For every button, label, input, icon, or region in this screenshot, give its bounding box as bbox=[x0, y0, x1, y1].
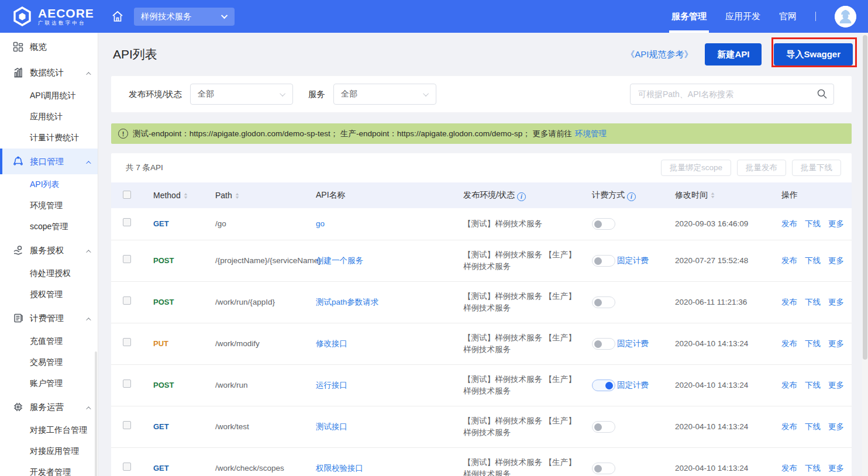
offline-action[interactable]: 下线 bbox=[805, 256, 821, 265]
api-name-link[interactable]: 修改接口 bbox=[316, 339, 347, 348]
row-checkbox[interactable] bbox=[123, 380, 131, 388]
sidebar-item-overview[interactable]: 概览 bbox=[0, 34, 98, 60]
user-avatar[interactable] bbox=[835, 6, 856, 27]
nav-service-management[interactable]: 服务管理 bbox=[671, 0, 707, 33]
sidebar-item-service-operation[interactable]: 服务运营 bbox=[0, 394, 98, 420]
nav-app-development[interactable]: 应用开发 bbox=[725, 0, 760, 33]
select-all-checkbox[interactable] bbox=[123, 191, 131, 199]
billing-toggle[interactable] bbox=[592, 255, 615, 267]
more-action[interactable]: 更多 bbox=[828, 381, 844, 389]
api-name-link[interactable]: 运行接口 bbox=[316, 381, 347, 389]
env-filter-select[interactable]: 全部 bbox=[190, 84, 293, 105]
col-path[interactable]: Path▲▼ bbox=[207, 182, 308, 208]
info-icon[interactable]: i bbox=[627, 192, 636, 201]
row-checkbox[interactable] bbox=[123, 296, 131, 305]
env-status-text: 【测试】样例技术服务 【生产】样例技术服务 bbox=[463, 375, 576, 395]
col-method[interactable]: Method▲▼ bbox=[145, 182, 207, 208]
sidebar-item-billing-management[interactable]: 计费管理 bbox=[0, 305, 98, 331]
sidebar-item-workbench-management[interactable]: 对接工作台管理 bbox=[0, 420, 98, 441]
chevron-up-icon[interactable] bbox=[86, 68, 89, 77]
publish-action[interactable]: 发布 bbox=[781, 219, 797, 228]
service-filter-select[interactable]: 全部 bbox=[333, 84, 436, 105]
row-checkbox[interactable] bbox=[123, 255, 131, 263]
sort-icon[interactable]: ▲▼ bbox=[711, 192, 715, 199]
batch-publish-button[interactable]: 批量发布 bbox=[737, 160, 786, 176]
api-spec-reference-link[interactable]: 《API规范参考》 bbox=[626, 49, 693, 60]
publish-action[interactable]: 发布 bbox=[781, 381, 797, 389]
publish-action[interactable]: 发布 bbox=[781, 339, 797, 348]
sidebar-item-connected-app-management[interactable]: 对接应用管理 bbox=[0, 441, 98, 462]
billing-toggle[interactable] bbox=[592, 296, 615, 308]
sidebar-item-scope-management[interactable]: scope管理 bbox=[0, 216, 98, 237]
chevron-up-icon[interactable] bbox=[86, 402, 89, 412]
more-action[interactable]: 更多 bbox=[828, 298, 844, 306]
batch-offline-button[interactable]: 批量下线 bbox=[792, 160, 841, 176]
env-status-text: 【测试】样例技术服务 【生产】样例技术服务 bbox=[463, 292, 576, 312]
row-checkbox[interactable] bbox=[123, 218, 131, 226]
offline-action[interactable]: 下线 bbox=[805, 298, 821, 306]
more-action[interactable]: 更多 bbox=[828, 422, 844, 431]
sidebar-item-api-call-stats[interactable]: API调用统计 bbox=[0, 85, 98, 106]
sidebar-item-account-management[interactable]: 账户管理 bbox=[0, 373, 98, 394]
sort-icon[interactable]: ▲▼ bbox=[235, 192, 239, 199]
billing-toggle[interactable] bbox=[592, 380, 615, 391]
more-action[interactable]: 更多 bbox=[828, 339, 844, 348]
chevron-up-icon[interactable] bbox=[86, 313, 89, 323]
publish-action[interactable]: 发布 bbox=[781, 298, 797, 306]
api-name-link[interactable]: 测试接口 bbox=[316, 422, 347, 431]
more-action[interactable]: 更多 bbox=[828, 464, 844, 472]
env-management-link[interactable]: 环境管理 bbox=[575, 129, 607, 139]
workspace-selector[interactable]: 样例技术服务 bbox=[134, 8, 235, 26]
chevron-up-icon[interactable] bbox=[86, 246, 89, 255]
chevron-up-icon[interactable] bbox=[86, 157, 89, 166]
row-checkbox[interactable] bbox=[123, 463, 131, 471]
search-input[interactable] bbox=[630, 84, 834, 105]
api-name-link[interactable]: go bbox=[316, 219, 325, 228]
sidebar-scrollbar-thumb[interactable] bbox=[95, 351, 97, 476]
offline-action[interactable]: 下线 bbox=[805, 219, 821, 228]
sidebar-item-transaction-management[interactable]: 交易管理 bbox=[0, 352, 98, 373]
sidebar-item-app-stats[interactable]: 应用统计 bbox=[0, 106, 98, 127]
sort-icon[interactable]: ▲▼ bbox=[184, 192, 188, 199]
billing-toggle[interactable] bbox=[592, 463, 615, 474]
row-checkbox[interactable] bbox=[123, 421, 131, 429]
billing-toggle[interactable] bbox=[592, 338, 615, 350]
sidebar-item-recharge-management[interactable]: 充值管理 bbox=[0, 331, 98, 352]
billing-toggle[interactable] bbox=[592, 421, 615, 433]
publish-action[interactable]: 发布 bbox=[781, 422, 797, 431]
row-checkbox[interactable] bbox=[123, 338, 131, 346]
offline-action[interactable]: 下线 bbox=[805, 422, 821, 431]
scrollbar-thumb[interactable] bbox=[863, 35, 867, 360]
billing-toggle[interactable] bbox=[592, 218, 615, 230]
import-swagger-button[interactable]: 导入Swagger bbox=[774, 43, 853, 65]
api-name-link[interactable]: 创建一个服务 bbox=[316, 256, 363, 265]
info-icon[interactable]: i bbox=[517, 192, 526, 201]
col-billing: 计费方式i bbox=[584, 182, 667, 208]
offline-action[interactable]: 下线 bbox=[805, 339, 821, 348]
batch-bind-scope-button[interactable]: 批量绑定scope bbox=[661, 160, 731, 176]
col-modified-time[interactable]: 修改时间▲▼ bbox=[667, 182, 773, 208]
nav-official-site[interactable]: 官网 bbox=[779, 0, 797, 33]
sidebar-item-service-authorization[interactable]: 服务授权 bbox=[0, 237, 98, 263]
sidebar-item-data-statistics[interactable]: 数据统计 bbox=[0, 60, 98, 85]
page-scrollbar[interactable] bbox=[862, 33, 868, 476]
more-action[interactable]: 更多 bbox=[828, 256, 844, 265]
sidebar-item-api-list[interactable]: API列表 bbox=[0, 174, 98, 195]
home-icon[interactable] bbox=[111, 9, 125, 23]
sidebar-item-pending-authorization[interactable]: 待处理授权 bbox=[0, 263, 98, 284]
sidebar-item-metering-stats[interactable]: 计量计费统计 bbox=[0, 127, 98, 149]
new-api-button[interactable]: 新建API bbox=[705, 43, 762, 65]
search-icon[interactable] bbox=[817, 88, 828, 102]
publish-action[interactable]: 发布 bbox=[781, 464, 797, 472]
offline-action[interactable]: 下线 bbox=[805, 381, 821, 389]
api-table-card: 共 7 条API 批量绑定scope 批量发布 批量下线 Method▲▼ Pa… bbox=[111, 153, 852, 476]
sidebar-item-api-management[interactable]: 接口管理 bbox=[0, 149, 98, 174]
sidebar-item-env-management[interactable]: 环境管理 bbox=[0, 195, 98, 216]
sidebar-item-developer-management[interactable]: 开发者管理 bbox=[0, 462, 98, 476]
publish-action[interactable]: 发布 bbox=[781, 256, 797, 265]
offline-action[interactable]: 下线 bbox=[805, 464, 821, 472]
sidebar-item-authorization-management[interactable]: 授权管理 bbox=[0, 284, 98, 305]
api-name-link[interactable]: 权限校验接口 bbox=[316, 464, 363, 472]
api-name-link[interactable]: 测试path参数请求 bbox=[316, 298, 378, 306]
more-action[interactable]: 更多 bbox=[828, 219, 844, 228]
